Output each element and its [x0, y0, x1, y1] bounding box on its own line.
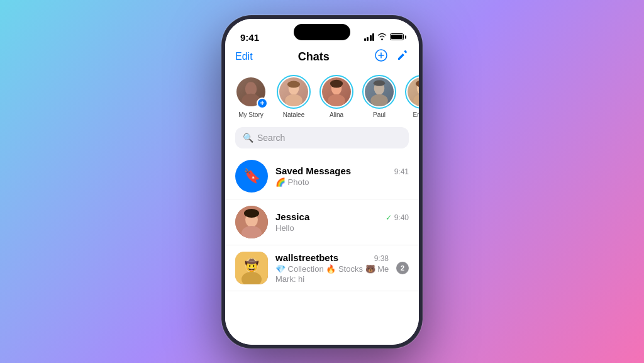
story-name-natalee: Natalee [283, 111, 304, 118]
chat-preview-wsb: 💎 Collection 🔥 Stocks 🐻 Memes... [275, 264, 389, 274]
svg-point-15 [413, 94, 419, 106]
story-item-alina[interactable]: Alina [319, 75, 353, 118]
dynamic-island [294, 24, 350, 40]
chat-time-wsb: 9:38 [374, 254, 389, 263]
unread-badge-wsb: 2 [396, 262, 409, 274]
wifi-icon [377, 31, 387, 43]
search-bar[interactable]: 🔍 Search [235, 127, 409, 148]
avatar-natalee [279, 77, 308, 106]
stories-row: + My Story [225, 70, 419, 125]
story-item-emma[interactable]: Emma [405, 75, 419, 118]
chat-top-saved: Saved Messages 9:41 [275, 165, 409, 176]
chat-content-jessica: Jessica ✓ 9:40 Hello [275, 211, 409, 233]
svg-point-12 [370, 94, 388, 106]
search-icon: 🔍 [243, 133, 253, 143]
battery-icon [390, 33, 404, 40]
chat-name-saved: Saved Messages [275, 165, 351, 176]
header-actions [375, 49, 409, 65]
story-name-alina: Alina [330, 111, 343, 118]
edit-button[interactable]: Edit [235, 51, 253, 62]
chat-list: 🔖 Saved Messages 9:41 🌈 Photo [225, 154, 419, 345]
chat-time-jessica: ✓ 9:40 [386, 213, 409, 222]
avatar-alina [322, 77, 351, 106]
story-avatar-wrap-mystory: + [234, 75, 268, 109]
story-name-emma: Emma [413, 111, 419, 118]
chat-time-saved: 9:41 [394, 167, 409, 176]
story-item-paul[interactable]: Paul [362, 75, 396, 118]
chat-item-wsb[interactable]: 🤠 wallstreetbets 9:38 💎 Collection 🔥 Sto… [225, 245, 419, 291]
check-icon: ✓ [386, 213, 392, 222]
avatar-jessica [235, 206, 268, 238]
svg-point-10 [330, 79, 343, 87]
chats-title: Chats [298, 50, 330, 64]
svg-point-7 [287, 81, 300, 87]
avatar-emma [408, 77, 419, 106]
search-placeholder: Search [257, 133, 285, 143]
compose-icon[interactable] [396, 49, 409, 65]
signal-icon [364, 33, 375, 41]
svg-point-13 [374, 80, 385, 86]
plus-badge: + [257, 98, 268, 109]
svg-text:🤠: 🤠 [245, 259, 259, 272]
avatar-saved: 🔖 [235, 160, 268, 193]
new-group-icon[interactable] [375, 49, 387, 65]
svg-point-20 [244, 209, 259, 218]
phone-screen: 9:41 [225, 19, 419, 345]
chat-preview-saved: 🌈 Photo [275, 177, 409, 187]
avatar-wsb: 🤠 [235, 252, 268, 284]
search-bar-wrap: 🔍 Search [225, 125, 419, 154]
avatar-paul [365, 77, 394, 106]
chat-name-wsb: wallstreetbets [275, 252, 338, 263]
status-icons [364, 31, 404, 43]
story-name-mystory: My Story [238, 111, 263, 118]
chat-preview-jessica: Hello [275, 223, 409, 233]
chat-content-wsb: wallstreetbets 9:38 💎 Collection 🔥 Stock… [275, 252, 389, 284]
chat-item-jessica[interactable]: Jessica ✓ 9:40 Hello [225, 199, 419, 245]
status-bar: 9:41 [225, 19, 419, 47]
chat-preview-wsb-sub: Mark: hi [275, 274, 389, 284]
story-item-mystory[interactable]: + My Story [234, 75, 268, 118]
story-name-paul: Paul [373, 111, 386, 118]
status-time: 9:41 [240, 32, 259, 43]
chat-name-jessica: Jessica [275, 211, 309, 222]
svg-point-9 [328, 94, 345, 106]
chat-item-saved[interactable]: 🔖 Saved Messages 9:41 🌈 Photo [225, 154, 419, 199]
chat-header: Edit Chats [225, 47, 419, 70]
phone-frame: 9:41 [221, 15, 423, 349]
story-item-natalee[interactable]: Natalee [277, 75, 311, 118]
chat-content-saved: Saved Messages 9:41 🌈 Photo [275, 165, 409, 187]
svg-point-6 [285, 94, 303, 106]
